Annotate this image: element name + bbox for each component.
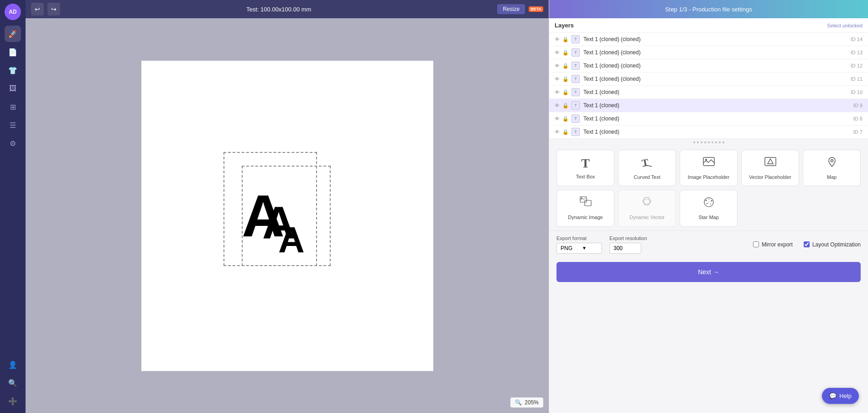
layout-optimization-label: Layout Optimization — [812, 241, 861, 248]
step-label: Step 1/3 - Production file settings — [665, 6, 752, 13]
lock-icon[interactable]: 🔒 — [562, 103, 569, 109]
lock-icon[interactable]: 🔒 — [562, 76, 569, 82]
mirror-export-label: Mirror export — [762, 241, 793, 248]
next-button[interactable]: Next → — [556, 262, 861, 282]
export-resolution-group: Export resolution — [609, 235, 647, 254]
layer-id: ID 13 — [851, 50, 863, 55]
lock-icon[interactable]: 🔒 — [562, 129, 569, 135]
grip-dot — [712, 141, 713, 143]
svg-rect-10 — [585, 200, 591, 206]
visibility-icon[interactable]: 👁 — [555, 129, 560, 135]
sidebar-item-search[interactable]: 🔍 — [5, 375, 21, 391]
grip-dot — [704, 141, 706, 143]
svg-point-15 — [705, 200, 707, 201]
grip-dot — [697, 141, 699, 143]
grip-handle[interactable] — [549, 139, 868, 146]
layers-section: Layers Select unlocked 👁 🔒 T Text 1 (clo… — [549, 18, 868, 139]
visibility-icon[interactable]: 👁 — [555, 50, 560, 55]
tool-vector-placeholder[interactable]: Vector Placeholder — [741, 150, 799, 186]
layer-row[interactable]: 👁 🔒 T Text 1 (cloned) (cloned) ID 12 — [549, 59, 868, 73]
export-format-select[interactable]: PNG JPG PDF SVG — [561, 245, 580, 251]
help-button[interactable]: 💬 Help — [822, 388, 859, 404]
sidebar-item-settings[interactable]: ⚙ — [5, 135, 21, 152]
grip-dot — [722, 141, 724, 143]
svg-marker-7 — [768, 159, 773, 164]
tool-star-map-label: Star Map — [698, 214, 719, 220]
tool-curved-text[interactable]: T Curved Text — [618, 150, 676, 186]
lock-icon[interactable]: 🔒 — [562, 37, 569, 42]
resize-button[interactable]: Resize — [497, 4, 525, 14]
layer-row[interactable]: 👁 🔒 T Text 1 (cloned) (cloned) ID 14 — [549, 33, 868, 46]
select-chevron-icon: ▼ — [582, 246, 587, 251]
visibility-icon[interactable]: 👁 — [555, 116, 560, 121]
sidebar-item-rocket[interactable]: 🚀 — [5, 26, 21, 42]
sidebar-item-image[interactable]: 🖼 — [5, 80, 21, 97]
lock-icon[interactable]: 🔒 — [562, 50, 569, 56]
tool-dynamic-vector[interactable]: Dynamic Vector — [618, 190, 676, 226]
lock-icon[interactable]: 🔒 — [562, 63, 569, 69]
layer-name: Text 1 (cloned) (cloned) — [583, 49, 851, 56]
layer-name: Text 1 (cloned) — [583, 102, 853, 109]
select-unlocked-btn[interactable]: Select unlocked — [827, 23, 863, 28]
help-label: Help — [839, 392, 852, 399]
export-section: Export format PNG JPG PDF SVG ▼ Export r… — [549, 230, 868, 258]
svg-text:A: A — [278, 220, 305, 259]
map-icon — [826, 156, 838, 171]
tool-text-box[interactable]: T Text Box — [556, 150, 614, 186]
sidebar-item-shirt[interactable]: 👕 — [5, 62, 21, 78]
curved-text-icon: T — [641, 156, 654, 171]
tool-map[interactable]: Map — [803, 150, 861, 186]
mirror-export-checkbox[interactable] — [753, 241, 759, 247]
visibility-icon[interactable]: 👁 — [555, 37, 560, 42]
layer-row[interactable]: 👁 🔒 T Text 1 (cloned) ID 8 — [549, 112, 868, 125]
tool-text-box-label: Text Box — [576, 173, 595, 180]
layer-row[interactable]: 👁 🔒 T Text 1 (cloned) ID 7 — [549, 125, 868, 139]
lock-icon[interactable]: 🔒 — [562, 89, 569, 95]
svg-marker-13 — [644, 199, 650, 204]
export-format-select-wrap[interactable]: PNG JPG PDF SVG ▼ — [556, 243, 602, 254]
tool-image-placeholder[interactable]: Image Placeholder — [680, 150, 738, 186]
tool-vector-placeholder-label: Vector Placeholder — [749, 174, 791, 180]
grip-dot — [701, 141, 702, 143]
layer-id: ID 14 — [851, 37, 863, 42]
sidebar-item-layers[interactable]: ⊞ — [5, 99, 21, 115]
canvas-paper: A A A — [141, 61, 433, 371]
redo-button[interactable]: ↪ — [47, 3, 60, 16]
svg-point-17 — [711, 200, 712, 202]
svg-point-11 — [581, 198, 582, 199]
lock-icon[interactable]: 🔒 — [562, 116, 569, 122]
tool-dynamic-image[interactable]: Dynamic Image — [556, 190, 614, 226]
layout-optimization-checkbox[interactable] — [804, 241, 810, 247]
canvas-area: A A A 🔍 205% — [26, 18, 549, 413]
zoom-icon: 🔍 — [515, 399, 522, 406]
layer-id: ID 11 — [851, 76, 863, 82]
grip-dot — [708, 141, 710, 143]
layer-name: Text 1 (cloned) — [583, 129, 853, 135]
sidebar-item-add[interactable]: ➕ — [5, 393, 21, 409]
visibility-icon[interactable]: 👁 — [555, 76, 560, 82]
visibility-icon[interactable]: 👁 — [555, 89, 560, 95]
layer-row[interactable]: 👁 🔒 T Text 1 (cloned) (cloned) ID 13 — [549, 46, 868, 59]
sidebar-item-user[interactable]: 👤 — [5, 356, 21, 373]
tool-map-label: Map — [827, 174, 837, 180]
visibility-icon[interactable]: 👁 — [555, 63, 560, 68]
layer-row[interactable]: 👁 🔒 T Text 1 (cloned) (cloned) ID 11 — [549, 73, 868, 86]
layer-id: ID 9 — [853, 103, 863, 108]
layer-name: Text 1 (cloned) (cloned) — [583, 36, 851, 42]
layer-row-selected[interactable]: 👁 🔒 T Text 1 (cloned) ID 9 — [549, 99, 868, 112]
layer-type-icon: T — [572, 35, 580, 43]
visibility-icon[interactable]: 👁 — [555, 103, 560, 108]
layer-type-icon: T — [572, 128, 580, 136]
beta-badge: BETA — [529, 6, 543, 12]
export-resolution-label: Export resolution — [609, 235, 647, 241]
sidebar-item-list[interactable]: ☰ — [5, 117, 21, 133]
svg-point-16 — [708, 199, 709, 199]
undo-button[interactable]: ↩ — [31, 3, 44, 16]
layer-row[interactable]: 👁 🔒 T Text 1 (cloned) ID 10 — [549, 86, 868, 99]
export-resolution-input[interactable] — [609, 243, 641, 254]
tool-curved-text-label: Curved Text — [634, 174, 660, 180]
tool-star-map[interactable]: Star Map — [680, 190, 738, 226]
tools-grid: T Text Box T Curved Text Image Placehold… — [549, 146, 868, 230]
sidebar-item-page[interactable]: 📄 — [5, 44, 21, 60]
text-art: A A A — [223, 161, 324, 266]
